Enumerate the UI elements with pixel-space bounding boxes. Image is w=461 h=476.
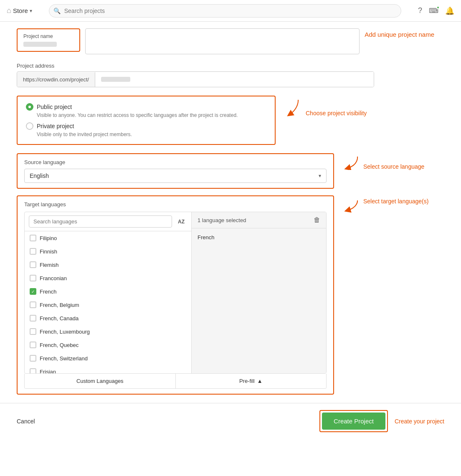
private-radio-label: Private project bbox=[37, 123, 74, 129]
lang-checkbox[interactable]: ✓ bbox=[30, 288, 36, 295]
lang-item[interactable]: Franconian bbox=[25, 271, 191, 285]
visibility-annotation-label: Choose project visibility bbox=[306, 110, 367, 116]
lang-item[interactable]: French, Switzerland bbox=[25, 352, 191, 365]
project-address-group: Project address https://crowdin.com/proj… bbox=[17, 63, 434, 87]
lang-search-input[interactable] bbox=[29, 215, 172, 228]
cancel-link[interactable]: Cancel bbox=[17, 418, 35, 425]
lang-name: Finnish bbox=[40, 248, 57, 255]
bell-icon[interactable]: 🔔 bbox=[445, 6, 454, 15]
source-lang-arrow-icon: ▾ bbox=[319, 173, 321, 179]
project-name-box: Project name bbox=[17, 28, 80, 52]
bottom-bar: Cancel Create Project Create your projec… bbox=[0, 403, 461, 439]
source-lang-box: Source language English ▾ bbox=[17, 153, 334, 189]
lang-checkbox[interactable] bbox=[30, 342, 36, 348]
visibility-row: Public project Visible to anyone. You ca… bbox=[17, 96, 434, 145]
lang-item[interactable]: ✓French bbox=[25, 285, 191, 298]
source-lang-row: Source language English ▾ Select source … bbox=[17, 153, 434, 189]
lang-name: Frisian bbox=[40, 369, 56, 374]
lang-item[interactable]: French, Quebec bbox=[25, 338, 191, 352]
lang-checkbox[interactable] bbox=[30, 275, 36, 281]
public-radio-desc: Visible to anyone. You can restrict acce… bbox=[37, 112, 266, 118]
project-name-annotation-text: Add unique project name bbox=[365, 31, 434, 38]
lang-list: FilipinoFinnishFlemishFranconian✓FrenchF… bbox=[25, 231, 191, 373]
target-lang-annotation: Select target language(s) bbox=[344, 195, 428, 213]
lang-item[interactable]: Flemish bbox=[25, 258, 191, 271]
lang-name: French, Belgium bbox=[40, 302, 79, 308]
lang-item[interactable]: Frisian bbox=[25, 365, 191, 373]
target-lang-label: Target languages bbox=[24, 201, 327, 208]
help-icon[interactable]: ? bbox=[418, 6, 422, 15]
lang-name: French, Quebec bbox=[40, 342, 79, 348]
prefill-arrow-icon: ▲ bbox=[257, 378, 263, 384]
source-lang-select[interactable]: English ▾ bbox=[24, 169, 327, 183]
lang-right-header: 1 language selected 🗑 bbox=[192, 212, 326, 228]
lang-checkbox[interactable] bbox=[30, 315, 36, 322]
target-lang-arrow-icon bbox=[344, 198, 361, 213]
lang-name: French bbox=[40, 289, 56, 295]
keyboard-icon[interactable]: ⌨ bbox=[429, 7, 438, 15]
target-lang-box: Target languages AZ FilipinoFinnishFlemi… bbox=[17, 195, 334, 395]
keyboard-badge bbox=[436, 6, 440, 9]
visibility-annotation: Choose project visibility bbox=[286, 96, 367, 121]
public-option: Public project Visible to anyone. You ca… bbox=[26, 103, 266, 118]
lang-checkbox[interactable] bbox=[30, 355, 36, 362]
private-radio-row[interactable]: Private project bbox=[26, 122, 266, 130]
create-project-annotation-label: Create your project bbox=[395, 418, 444, 425]
lang-selected-list: French bbox=[192, 228, 326, 246]
az-sort-button[interactable]: AZ bbox=[175, 217, 187, 226]
lang-left-panel: AZ FilipinoFinnishFlemishFranconian✓Fren… bbox=[25, 212, 192, 373]
lang-search-row: AZ bbox=[25, 212, 191, 231]
source-lang-annotation: Select source language bbox=[344, 153, 424, 172]
lang-item[interactable]: French, Canada bbox=[25, 311, 191, 325]
visibility-box: Public project Visible to anyone. You ca… bbox=[17, 96, 276, 145]
project-name-box-label: Project name bbox=[23, 33, 73, 39]
home-icon[interactable]: ⌂ bbox=[7, 6, 11, 15]
public-radio-label: Public project bbox=[37, 104, 72, 110]
lang-item[interactable]: French, Belgium bbox=[25, 298, 191, 311]
lang-checkbox[interactable] bbox=[30, 368, 36, 373]
lang-item[interactable]: Filipino bbox=[25, 231, 191, 245]
lang-selected-count: 1 language selected bbox=[198, 217, 246, 223]
create-project-box: Create Project bbox=[319, 410, 388, 432]
target-lang-row: Target languages AZ FilipinoFinnishFlemi… bbox=[17, 195, 434, 395]
bottom-right: Create Project Create your project bbox=[319, 410, 444, 432]
lang-checkbox[interactable] bbox=[30, 235, 36, 241]
address-prefix: https://crowdin.com/project/ bbox=[17, 72, 95, 87]
lang-checkbox[interactable] bbox=[30, 248, 36, 255]
address-input[interactable] bbox=[136, 72, 374, 87]
project-name-extended-input[interactable] bbox=[85, 28, 360, 54]
search-icon: 🔍 bbox=[53, 8, 61, 14]
lang-trash-icon[interactable]: 🗑 bbox=[314, 216, 320, 224]
form-wrapper: Project name Add unique project name Pro… bbox=[0, 22, 451, 395]
store-label[interactable]: Store bbox=[13, 7, 28, 14]
prefill-button[interactable]: Pre-fill ▲ bbox=[176, 374, 327, 388]
create-project-annotation: Create your project bbox=[395, 418, 444, 425]
topnav: ⌂ Store ▾ 🔍 ? ⌨ 🔔 bbox=[0, 0, 461, 22]
custom-languages-button[interactable]: Custom Languages bbox=[25, 374, 176, 388]
lang-checkbox[interactable] bbox=[30, 301, 36, 308]
project-name-box-placeholder bbox=[23, 42, 57, 47]
lang-item[interactable]: Finnish bbox=[25, 245, 191, 258]
chevron-down-icon[interactable]: ▾ bbox=[30, 8, 32, 14]
public-radio[interactable] bbox=[26, 103, 33, 111]
source-lang-label: Source language bbox=[24, 159, 327, 165]
private-radio-desc: Visible only to the invited project memb… bbox=[37, 132, 266, 137]
project-name-row-full: Project name Add unique project name bbox=[17, 28, 434, 54]
lang-checkbox[interactable] bbox=[30, 261, 36, 268]
nav-brand: ⌂ Store ▾ bbox=[7, 6, 32, 15]
lang-item[interactable]: French, Luxembourg bbox=[25, 325, 191, 338]
public-radio-row[interactable]: Public project bbox=[26, 103, 266, 111]
lang-name: French, Canada bbox=[40, 315, 79, 322]
create-project-button[interactable]: Create Project bbox=[322, 413, 385, 430]
nav-icons: ? ⌨ 🔔 bbox=[418, 6, 454, 15]
lang-right-panel: 1 language selected 🗑 French bbox=[192, 212, 326, 373]
project-address-label: Project address bbox=[17, 63, 434, 69]
lang-name: French, Switzerland bbox=[40, 355, 88, 362]
lang-picker: AZ FilipinoFinnishFlemishFranconian✓Fren… bbox=[24, 212, 327, 374]
project-name-annotation-wrap: Add unique project name bbox=[365, 28, 434, 38]
private-option: Private project Visible only to the invi… bbox=[26, 122, 266, 137]
search-input[interactable] bbox=[49, 4, 401, 18]
private-radio[interactable] bbox=[26, 122, 33, 130]
lang-checkbox[interactable] bbox=[30, 328, 36, 335]
source-lang-value: English bbox=[30, 172, 319, 179]
